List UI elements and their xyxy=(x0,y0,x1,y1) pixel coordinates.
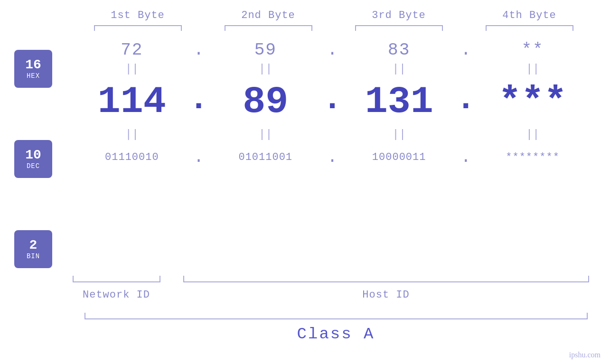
bin-b3-cell: 10000011 xyxy=(352,151,447,163)
dec-b1-cell: 114 xyxy=(84,83,179,121)
bin-b4-value: ******** xyxy=(506,151,560,163)
dec-b4-value: *** xyxy=(498,83,567,121)
hex-b2-value: 59 xyxy=(254,40,277,60)
dot6: . xyxy=(454,81,478,123)
dec-b2-cell: 89 xyxy=(218,83,313,121)
bin-name: BIN xyxy=(27,252,40,260)
host-id-bracket xyxy=(183,276,589,282)
hex-b3-value: 83 xyxy=(388,40,410,60)
network-id-bracket xyxy=(73,276,160,282)
bracket-b2 xyxy=(225,25,312,31)
dec-name: DEC xyxy=(27,162,40,170)
dot1: . xyxy=(187,40,211,60)
equals-row-2: || || || || xyxy=(71,127,593,142)
top-bracket-row xyxy=(73,25,595,31)
byte3-label: 3rd Byte xyxy=(351,9,446,21)
bracket-b1 xyxy=(94,25,182,31)
dot7: . xyxy=(187,148,211,167)
dec-row: 114 . 89 . 131 . *** xyxy=(71,81,593,123)
dec-b2-value: 89 xyxy=(243,83,288,121)
host-id-label: Host ID xyxy=(183,289,589,301)
hex-b4-value: ** xyxy=(521,40,544,60)
bracket-b3 xyxy=(355,25,443,31)
base-labels-column: 16 HEX 10 DEC 2 BIN xyxy=(0,36,62,273)
eq1-b2: || xyxy=(218,63,313,75)
eq1-b1: || xyxy=(84,63,179,75)
hex-name: HEX xyxy=(27,72,40,80)
three-rows: 16 HEX 10 DEC 2 BIN 72 . xyxy=(0,36,610,273)
dec-badge: 10 DEC xyxy=(14,140,52,178)
bin-b1-value: 01110010 xyxy=(105,151,159,163)
hex-b1-cell: 72 xyxy=(84,40,179,60)
hex-number: 16 xyxy=(25,58,41,73)
class-bracket xyxy=(84,313,588,319)
eq1-b4: || xyxy=(485,63,580,75)
dec-b3-cell: 131 xyxy=(352,83,447,121)
dot9: . xyxy=(454,148,478,167)
header-row: 1st Byte 2nd Byte 3rd Byte 4th Byte xyxy=(73,9,595,21)
hex-b3-cell: 83 xyxy=(352,40,447,60)
bin-b2-value: 01011001 xyxy=(238,151,292,163)
eq2-b4: || xyxy=(485,128,580,141)
dot8: . xyxy=(320,148,344,167)
watermark: ipshu.com xyxy=(569,351,601,359)
byte2-label: 2nd Byte xyxy=(221,9,316,21)
values-column: 72 . 59 . 83 . ** || || xyxy=(62,36,608,273)
bin-b2-cell: 01011001 xyxy=(218,151,313,163)
eq1-b3: || xyxy=(352,63,447,75)
bin-badge: 2 BIN xyxy=(14,230,52,268)
bin-b3-value: 10000011 xyxy=(372,151,426,163)
hex-badge: 16 HEX xyxy=(14,50,52,88)
dot4: . xyxy=(187,81,211,123)
eq2-b1: || xyxy=(84,128,179,141)
bin-b4-cell: ******** xyxy=(485,151,580,163)
class-label: Class A xyxy=(297,325,375,343)
hex-row: 72 . 59 . 83 . ** xyxy=(71,40,593,60)
dec-b4-cell: *** xyxy=(485,83,580,121)
dot5: . xyxy=(320,81,344,123)
dot2: . xyxy=(320,40,344,60)
main-container: 1st Byte 2nd Byte 3rd Byte 4th Byte 16 H… xyxy=(0,0,610,364)
byte1-label: 1st Byte xyxy=(90,9,185,21)
class-section: Class A xyxy=(75,313,597,343)
network-id-label: Network ID xyxy=(73,289,160,301)
bin-row: 01110010 . 01011001 . 10000011 . *******… xyxy=(71,148,593,167)
eq2-b2: || xyxy=(218,128,313,141)
byte4-label: 4th Byte xyxy=(482,9,577,21)
eq2-b3: || xyxy=(352,128,447,141)
hex-b2-cell: 59 xyxy=(218,40,313,60)
hex-b1-value: 72 xyxy=(121,40,143,60)
equals-row-1: || || || || xyxy=(71,62,593,76)
dot3: . xyxy=(454,40,478,60)
hex-b4-cell: ** xyxy=(485,40,580,60)
bin-b1-cell: 01110010 xyxy=(84,151,179,163)
dec-number: 10 xyxy=(25,148,41,163)
bin-number: 2 xyxy=(29,238,38,253)
bracket-b4 xyxy=(486,25,573,31)
dec-b1-value: 114 xyxy=(98,83,166,121)
dec-b3-value: 131 xyxy=(365,83,433,121)
